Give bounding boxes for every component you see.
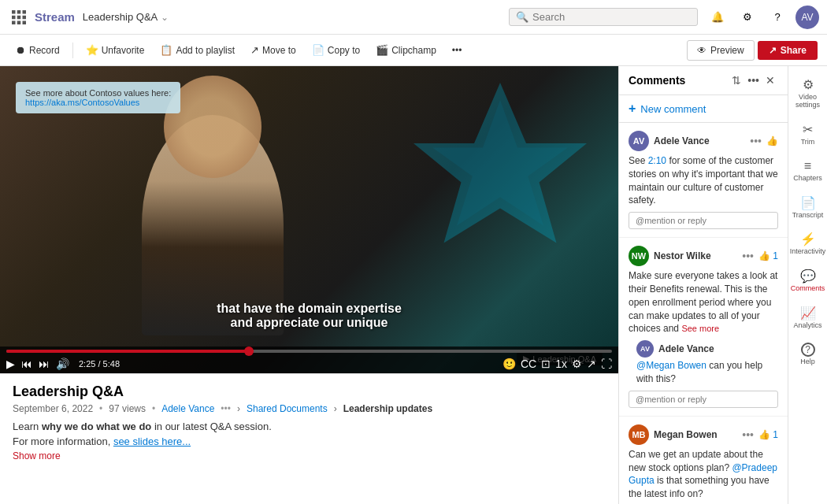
clipchamp-icon: 🎬 [376,44,388,56]
top-nav: Stream Leadership Q&A ⌄ 🔍 🔔 ⚙ ? AV [0,0,827,35]
meta-shared-docs[interactable]: Shared Documents [247,403,328,414]
progress-dot [244,346,254,356]
time-link[interactable]: 2:10 [648,155,666,166]
video-info-overlay: See more about Contoso values here: http… [16,82,180,113]
comment-author: Megan Bowen [654,429,737,440]
comment-header: NW Nestor Wilke ••• 👍 1 [629,246,778,266]
eye-icon: 👁 [697,45,706,56]
toolbar-divider-1 [72,43,73,58]
video-settings-icon: ⚙ [803,77,814,92]
main-content: See more about Contoso values here: http… [0,66,827,504]
volume-button[interactable]: 🔊 [56,358,69,370]
video-player[interactable]: See more about Contoso values here: http… [0,66,618,373]
sidebar-item-analytics[interactable]: 📈 Analytics [791,301,825,335]
search-input[interactable] [532,11,691,23]
sidebar-item-interactivity[interactable]: ⚡ Interactivity [791,227,825,261]
desc-link[interactable]: see slides here... [113,435,191,447]
move-to-button[interactable]: ↗ Move to [244,41,302,59]
see-more-link[interactable]: See more [681,324,719,333]
search-bar[interactable]: 🔍 [509,8,698,26]
trim-icon: ✂ [803,122,813,137]
play-button[interactable]: ▶ [6,358,15,370]
move-icon: ↗ [250,44,259,56]
show-more-button[interactable]: Show more [13,450,606,461]
meta-date: September 6, 2022 [13,403,93,414]
copy-icon: 📄 [312,44,324,56]
nested-comment-body: @Megan Bowen can you help with this? [636,359,778,386]
meta-folder[interactable]: Leadership updates [343,403,432,414]
meta-author[interactable]: Adele Vance [161,403,214,414]
app-brand[interactable]: Stream [35,10,75,24]
nested-comment: AV Adele Vance @Megan Bowen can you help… [629,340,778,386]
comment-menu-icon[interactable]: ••• [742,428,754,441]
breadcrumb-title: Leadership Q&A [83,11,158,23]
record-button[interactable]: ⏺ Record [9,41,66,59]
comment-item: MB Megan Bowen ••• 👍 1 Can we get an upd… [619,417,788,504]
sort-icon[interactable]: ⇅ [732,74,741,87]
comment-like-button[interactable]: 👍 1 [758,250,778,261]
copy-to-label: Copy to [328,45,360,56]
settings-icon[interactable]: ⚙ [736,6,759,29]
more-options-button[interactable]: ••• [446,42,469,59]
info-overlay-link[interactable]: https://aka.ms/ContosoValues [25,98,171,107]
svg-rect-1 [17,10,21,14]
quality-button[interactable]: ⚙ [572,358,582,370]
reply-input[interactable] [629,391,778,408]
add-to-playlist-button[interactable]: 📋 Add to playlist [154,41,241,59]
meta-sep3: ••• [221,403,231,414]
comments-title: Comments [629,74,729,87]
fullscreen-button[interactable]: ⛶ [601,358,612,370]
transcript-icon: 📄 [800,195,816,210]
sidebar-item-trim[interactable]: ✂ Trim [791,117,825,151]
time-current: 2:25 [79,359,95,369]
sidebar-item-help[interactable]: ? Help [791,338,825,371]
sidebar-label-transcript: Transcript [792,212,824,220]
sidebar-item-comments[interactable]: 💬 Comments [791,264,825,298]
comment-menu-icon[interactable]: ••• [742,250,754,262]
unfavorite-label: Unfavorite [102,45,145,56]
apps-icon[interactable] [8,6,30,28]
record-icon: ⏺ [16,44,26,56]
comment-item: AV Adele Vance ••• 👍 See 2:10 for some o… [619,123,788,238]
sidebar-item-video-settings[interactable]: ⚙ Video settings [791,72,825,114]
share-button[interactable]: ↗ Share [758,41,818,60]
svg-rect-8 [23,20,27,24]
pip-button[interactable]: ⊡ [541,358,551,370]
forward-button[interactable]: ⏭ [39,358,50,370]
help-icon[interactable]: ? [766,6,789,29]
new-comment-row[interactable]: + New comment [619,95,788,123]
move-to-label: Move to [262,45,296,56]
preview-label: Preview [710,45,744,56]
comments-panel: Comments ⇅ ••• ✕ + New comment AV Adele … [618,66,788,504]
comment-menu-icon[interactable]: ••• [750,135,762,147]
preview-button[interactable]: 👁 Preview [687,40,755,61]
captions-button[interactable]: CC [521,358,536,370]
unfavorite-button[interactable]: ⭐ Unfavorite [80,41,151,59]
rewind-button[interactable]: ⏮ [21,358,32,370]
comment-like-button[interactable]: 👍 [766,135,778,146]
sidebar-item-transcript[interactable]: 📄 Transcript [791,191,825,224]
sidebar-item-chapters[interactable]: ≡ Chapters [791,154,825,187]
add-to-playlist-label: Add to playlist [176,45,235,56]
notifications-icon[interactable]: 🔔 [706,6,729,29]
share-label: Share [781,45,807,56]
desc-text1: Learn [13,421,42,432]
video-description-2: For more information, see slides here... [13,435,606,447]
share-ctrl-button[interactable]: ↗ [587,358,596,370]
mention: @Pradeep Gupta [629,462,777,487]
speed-button[interactable]: 1x [555,358,567,370]
avatar[interactable]: AV [795,6,819,29]
progress-bar[interactable] [6,350,612,353]
comment-like-button[interactable]: 👍 1 [758,429,778,440]
close-comments-icon[interactable]: ✕ [766,74,775,87]
comments-more-icon[interactable]: ••• [747,74,759,87]
copy-to-button[interactable]: 📄 Copy to [306,41,366,59]
star-icon: ⭐ [86,44,98,56]
reply-input[interactable] [629,212,778,229]
meta-views: 97 views [109,403,146,414]
time-display: 2:25 / 5:48 [79,359,120,369]
sidebar-label-help: Help [800,358,815,366]
clipchamp-button[interactable]: 🎬 Clipchamp [369,41,443,59]
emoji-button[interactable]: 🙂 [503,358,516,370]
comment-header: MB Megan Bowen ••• 👍 1 [629,424,778,445]
